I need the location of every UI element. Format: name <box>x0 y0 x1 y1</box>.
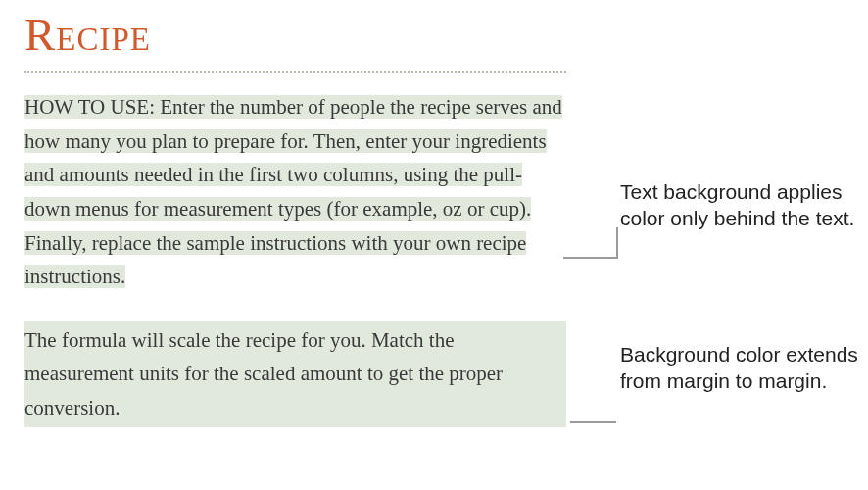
callout-leader-line-2 <box>570 421 616 423</box>
callout-block-background: Background color extends from margin to … <box>620 341 865 395</box>
paragraph-block-background-example: The formula will scale the recipe for yo… <box>24 321 566 427</box>
highlighted-text: HOW TO USE: Enter the number of people t… <box>24 95 562 288</box>
callout-text-background: Text background applies color only behin… <box>620 178 855 232</box>
document-column: Recipe HOW TO USE: Enter the number of p… <box>24 8 566 427</box>
document-title: Recipe <box>24 8 566 61</box>
paragraph-text-background-example: HOW TO USE: Enter the number of people t… <box>24 90 566 294</box>
paragraph-2-body: The formula will scale the recipe for yo… <box>24 323 566 425</box>
callout-leader-line-1-v <box>616 227 618 259</box>
paragraph-1-body: Enter the number of people the recipe se… <box>24 95 562 288</box>
callout-leader-line-1-h <box>563 257 617 259</box>
page: Recipe HOW TO USE: Enter the number of p… <box>0 0 868 490</box>
how-to-use-label: HOW TO USE: <box>24 95 160 119</box>
title-divider <box>24 71 566 73</box>
